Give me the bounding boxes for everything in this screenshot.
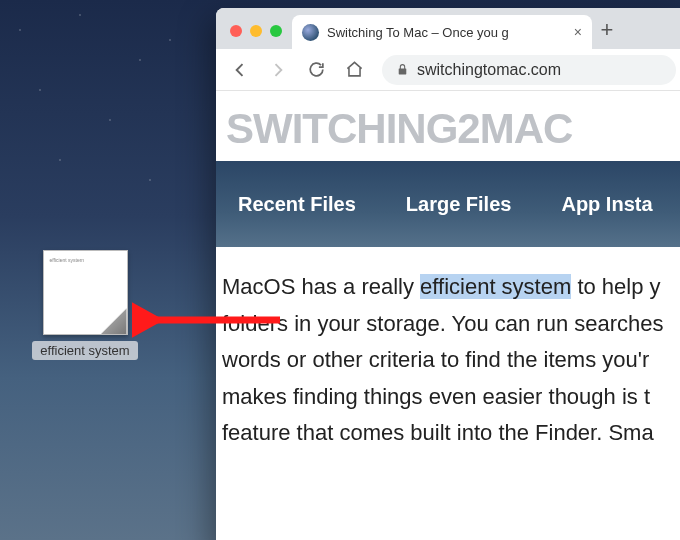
browser-window: Switching To Mac – Once you g × + switch… [216, 8, 680, 540]
article-line-5: feature that comes built into the Finder… [222, 415, 680, 452]
new-tab-button[interactable]: + [592, 17, 622, 43]
browser-tab[interactable]: Switching To Mac – Once you g × [292, 15, 592, 49]
window-controls [230, 25, 282, 37]
lock-icon [396, 63, 409, 76]
arrow-left-icon [230, 60, 250, 80]
clipping-label: efficient system [32, 341, 137, 360]
arrow-right-icon [268, 60, 288, 80]
article-line-3: words or other criteria to find the item… [222, 342, 680, 379]
close-tab-icon[interactable]: × [574, 24, 582, 40]
article-body[interactable]: MacOS has a really efficient system to h… [216, 247, 680, 458]
nav-large-files[interactable]: Large Files [406, 193, 512, 216]
article-line-2: folders in your storage. You can run sea… [222, 306, 680, 343]
reload-button[interactable] [306, 60, 326, 80]
close-window-button[interactable] [230, 25, 242, 37]
minimize-window-button[interactable] [250, 25, 262, 37]
tab-title: Switching To Mac – Once you g [327, 25, 566, 40]
desktop-text-clipping[interactable]: efficient system efficient system [25, 250, 145, 360]
back-button[interactable] [230, 60, 250, 80]
nav-recent-files[interactable]: Recent Files [238, 193, 356, 216]
home-icon [345, 60, 364, 79]
nav-app-install[interactable]: App Insta [561, 193, 652, 216]
page-content: SWITCHING2MAC Recent Files Large Files A… [216, 91, 680, 540]
article-line-1: MacOS has a really efficient system to h… [222, 269, 680, 306]
tab-strip: Switching To Mac – Once you g × + [216, 8, 680, 49]
home-button[interactable] [344, 60, 364, 80]
forward-button[interactable] [268, 60, 288, 80]
address-bar[interactable]: switchingtomac.com [382, 55, 676, 85]
page-fold-icon [101, 308, 127, 334]
browser-toolbar: switchingtomac.com [216, 49, 680, 91]
url-text: switchingtomac.com [417, 61, 561, 79]
clipping-icon: efficient system [43, 250, 128, 335]
site-nav: Recent Files Large Files App Insta [216, 161, 680, 247]
clipping-preview: efficient system [50, 257, 84, 263]
globe-favicon-icon [302, 24, 319, 41]
selected-text[interactable]: efficient system [420, 274, 571, 299]
article-line-4: makes finding things even easier though … [222, 379, 680, 416]
site-logo[interactable]: SWITCHING2MAC [216, 91, 680, 161]
zoom-window-button[interactable] [270, 25, 282, 37]
reload-icon [307, 60, 326, 79]
